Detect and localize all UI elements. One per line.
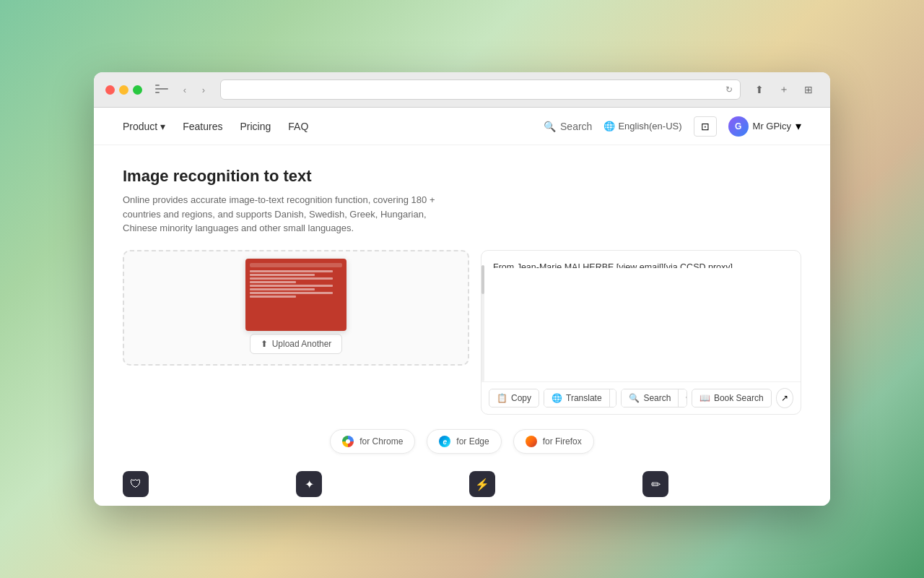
copy-button[interactable]: 📋 Copy: [489, 389, 539, 407]
nav-right: 🔍 Search 🌐 English(en-US) ⊡ G Mr GPicy ▾: [544, 116, 801, 137]
extracted-text-content: From Jean-Marie MALHERBE [view email][vi…: [481, 251, 801, 268]
nav-product[interactable]: Product ▾: [123, 121, 165, 132]
browser-actions: ⬆ ＋ ⊞: [749, 79, 819, 100]
chrome-icon: [342, 436, 354, 447]
upload-icon: ⬆: [261, 339, 268, 349]
translate-button-group: 🌐 Translate ▾: [544, 389, 616, 407]
search-icon: 🔍: [544, 121, 556, 132]
simple-icon: ✦: [296, 471, 322, 497]
book-search-button[interactable]: 📖 Book Search: [692, 389, 772, 407]
globe-icon: 🌐: [603, 121, 615, 131]
nav-pricing[interactable]: Pricing: [240, 121, 271, 132]
chrome-extension-button[interactable]: for Chrome: [330, 429, 415, 454]
scrollbar-track: [481, 268, 484, 382]
nav-arrows: ‹ ›: [177, 82, 212, 98]
grid-icon[interactable]: ⊞: [798, 79, 819, 100]
minimize-button[interactable]: [119, 85, 128, 95]
camera-icon: ⊡: [701, 121, 710, 132]
address-bar[interactable]: ↻: [220, 79, 741, 100]
back-button[interactable]: ‹: [177, 82, 193, 98]
search-button-group: 🔍 Search ▾: [621, 389, 687, 407]
upload-preview: [245, 259, 346, 331]
preview-image: [245, 259, 346, 331]
text-line-1: From Jean-Marie MALHERBE [view email][vi…: [493, 259, 789, 268]
firefox-icon: [526, 436, 537, 447]
nav-features[interactable]: Features: [183, 121, 222, 132]
nav-links: Product ▾ Features Pricing FAQ: [123, 121, 544, 132]
creativity-icon: ✏: [642, 471, 668, 497]
chevron-down-icon: ▾: [796, 119, 801, 133]
efficiency-icon: ⚡: [469, 471, 495, 497]
reload-icon[interactable]: ↻: [725, 85, 733, 95]
feature-privacy: 🛡 Privacy Pledge Images are automaticall…: [123, 471, 282, 506]
text-search-button[interactable]: 🔍 Search: [622, 389, 678, 407]
nav-faq[interactable]: FAQ: [288, 121, 308, 132]
main-content: Image recognition to text Online provide…: [94, 145, 830, 506]
chevron-down-icon: ▾: [686, 394, 687, 402]
site-navigation: Product ▾ Features Pricing FAQ 🔍 Search: [94, 108, 830, 145]
sidebar-toggle-icon[interactable]: [155, 85, 168, 95]
user-menu[interactable]: G Mr GPicy ▾: [728, 116, 801, 137]
website-content: Product ▾ Features Pricing FAQ 🔍 Search: [94, 108, 830, 506]
text-output-panel: From Jean-Marie MALHERBE [view email][vi…: [481, 250, 801, 415]
feature-simple: ✦ Simple Operation No professional knowl…: [296, 471, 455, 506]
browser-titlebar: ‹ › ↻ ⬆ ＋ ⊞: [105, 79, 819, 100]
firefox-extension-button[interactable]: for Firefox: [513, 429, 594, 454]
share-button[interactable]: ↗: [776, 388, 793, 408]
upload-area[interactable]: ⬆ Upload Another: [123, 250, 469, 366]
share-icon: ↗: [781, 393, 788, 403]
page-subtitle: Online provides accurate image-to-text r…: [123, 193, 455, 236]
maximize-button[interactable]: [133, 85, 142, 95]
search-icon: 🔍: [629, 393, 640, 403]
search-button[interactable]: 🔍 Search: [544, 121, 592, 132]
url-input[interactable]: [228, 85, 721, 95]
traffic-lights: [105, 85, 142, 95]
upload-another-button[interactable]: ⬆ Upload Another: [250, 334, 343, 354]
edge-extension-button[interactable]: e for Edge: [427, 429, 501, 454]
share-icon[interactable]: ⬆: [749, 79, 770, 100]
edge-icon: e: [439, 436, 450, 447]
scrollbar-thumb[interactable]: [481, 265, 484, 294]
browser-window: ‹ › ↻ ⬆ ＋ ⊞ Product ▾: [94, 72, 830, 506]
new-tab-icon[interactable]: ＋: [774, 79, 794, 100]
privacy-icon: 🛡: [123, 471, 149, 497]
page-title: Image recognition to text: [123, 167, 801, 186]
copy-icon: 📋: [497, 393, 507, 403]
extensions-section: for Chrome e for Edge for Firefox: [123, 429, 801, 454]
language-selector[interactable]: 🌐 English(en-US): [603, 121, 681, 131]
feature-creativity: ✏ Unleash Creativity Our tools save you …: [642, 471, 801, 506]
search-dropdown-button[interactable]: ▾: [678, 389, 687, 407]
feature-efficiency: ⚡ Efficiency Enhanced With our AI techno…: [469, 471, 628, 506]
screenshot-button[interactable]: ⊡: [694, 116, 717, 137]
forward-button[interactable]: ›: [196, 82, 212, 98]
browser-chrome: ‹ › ↻ ⬆ ＋ ⊞: [94, 72, 830, 108]
text-toolbar: 📋 Copy 🌐 Translate ▾: [481, 381, 801, 414]
book-icon: 📖: [699, 393, 710, 403]
translate-button[interactable]: 🌐 Translate: [544, 389, 609, 407]
translate-dropdown-button[interactable]: ▾: [609, 389, 617, 407]
features-section: 🛡 Privacy Pledge Images are automaticall…: [123, 471, 801, 506]
content-area: ⬆ Upload Another From Jean-Marie MALHERB…: [123, 250, 801, 415]
translate-icon: 🌐: [552, 393, 562, 403]
chevron-down-icon: ▾: [160, 121, 165, 132]
close-button[interactable]: [105, 85, 115, 95]
avatar: G: [728, 116, 749, 137]
